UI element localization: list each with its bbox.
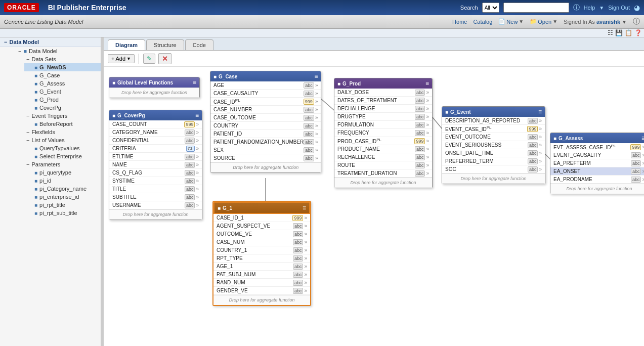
row-event-outcome[interactable]: EVENT_OUTCOME abc » (442, 133, 545, 141)
table-menu-gevent[interactable]: ≡ (538, 108, 542, 115)
row-treatment-duration[interactable]: TREATMENT_DURATION abc » (334, 169, 432, 178)
row-formulation[interactable]: FORMULATION abc » (334, 121, 432, 129)
row-case-id[interactable]: CASE_IDPL 999 » (210, 98, 321, 106)
sidebar-parameters[interactable]: − Parameters (16, 160, 101, 168)
open-link[interactable]: Open (538, 19, 551, 25)
row-subtitle[interactable]: SUBTITLE abc » (109, 193, 202, 201)
table-g1-header[interactable]: ■ G_1 ≡ (213, 202, 310, 214)
sidebar-flexfields[interactable]: − Flexfields (16, 128, 101, 136)
help-nav-icon[interactable]: ⓘ (633, 17, 640, 26)
help-chevron-icon[interactable]: ▼ (599, 5, 604, 11)
row-product-name[interactable]: PRODUCT_NAME abc » (334, 145, 432, 153)
gassess-drop-zone[interactable]: Drop here for aggregate function (550, 184, 644, 194)
catalog-link[interactable]: Catalog (473, 19, 492, 25)
new-chevron-icon[interactable]: ▼ (519, 19, 524, 24)
sidebar-item-gassess[interactable]: ■ G_Assess (24, 79, 101, 88)
sidebar-pi-rpt-title[interactable]: ■ pi_rpt_title (24, 201, 101, 209)
row-criteria[interactable]: CRITERIA CL » (109, 145, 202, 153)
row-rpt-type[interactable]: RPT_TYPE abc » (213, 254, 310, 263)
search-type-select[interactable]: All (482, 3, 499, 13)
gevent-drop-zone[interactable]: Drop here for aggregate function (442, 174, 545, 184)
table-gprod-header[interactable]: ■ G_Prod ≡ (334, 78, 432, 89)
table-gevent-header[interactable]: ■ G_Event ≡ (442, 107, 545, 117)
row-etltime[interactable]: ETLTIME abc » (109, 153, 202, 161)
sidebar-before-report[interactable]: ■ BeforeReport (24, 120, 101, 128)
row-ea-onset[interactable]: EA_ONSET abc » (550, 167, 644, 176)
sidebar-select-enterprise[interactable]: ■ Select Enterprise (24, 152, 101, 160)
row-soc[interactable]: SOC abc » (442, 165, 545, 174)
row-route[interactable]: ROUTE abc » (334, 161, 432, 169)
tab-structure[interactable]: Structure (146, 39, 184, 50)
row-country[interactable]: COUNTRY abc » (210, 122, 321, 130)
save-as-icon[interactable]: 📋 (625, 29, 632, 36)
sidebar-item-coverpg[interactable]: ■ CoverPg (24, 104, 101, 112)
home-link[interactable]: Home (452, 19, 467, 25)
table-menu-gassess[interactable]: ≡ (641, 135, 644, 142)
row-rechallenge[interactable]: RECHALLENGE abc » (334, 153, 432, 161)
row-patient-id[interactable]: PATIENT_ID abc » (210, 130, 321, 138)
open-chevron-icon[interactable]: ▼ (552, 19, 557, 24)
row-evt-assess-case-id[interactable]: EVT_ASSESS_CASE_IDPL 999 » (550, 143, 644, 151)
row-rand-num[interactable]: RAND_NUM abc » (213, 279, 310, 287)
row-event-seriousness[interactable]: EVENT_SERIOUSNESS abc » (442, 141, 545, 149)
table-gassess-header[interactable]: ■ G_Assess ≡ (550, 133, 644, 143)
sidebar-query-typ-values[interactable]: ■ QueryTypvalues (24, 144, 101, 152)
row-gender-ve[interactable]: GENDER_VE abc » (213, 287, 310, 295)
user-chevron-icon[interactable]: ▼ (622, 19, 627, 25)
row-daily-dose[interactable]: DAILY_DOSE abc » (334, 89, 432, 97)
row-source[interactable]: SOURCE abc » (210, 154, 321, 162)
row-event-causality[interactable]: EVENT_CAUSALITY abc » (550, 151, 644, 159)
table-gcase-header[interactable]: ■ G_Case ≡ (210, 71, 321, 81)
new-link[interactable]: New (506, 19, 518, 25)
row-country-1[interactable]: COUNTRY_1 abc » (213, 246, 310, 254)
row-pat-subj-num[interactable]: PAT_SUBJ_NUM abc » (213, 271, 310, 279)
sidebar-pi-id[interactable]: ■ pi_id (24, 177, 101, 185)
sidebar-item-gprod[interactable]: ■ G_Prod (24, 96, 101, 104)
row-case-number[interactable]: CASE_NUMBER abc » (210, 106, 321, 114)
add-button[interactable]: + Add ▼ (108, 54, 135, 63)
row-ea-prefterm[interactable]: EA_PREFTERM abc » (550, 159, 644, 167)
row-prod-case-id[interactable]: PROD_CASE_IDPL 999 » (334, 137, 432, 145)
table-menu-coverpg[interactable]: ≡ (195, 112, 199, 119)
table-menu-g1[interactable]: ≡ (303, 204, 306, 211)
row-patient-rand[interactable]: PATIENT_RANDOMIZATION_NUMBER abc » (210, 138, 321, 146)
sidebar-data-sets-header[interactable]: − Data Sets (16, 55, 101, 63)
row-case-num[interactable]: CASE_NUM abc » (213, 238, 310, 246)
excel-icon[interactable]: ☷ (608, 29, 613, 36)
row-outcome-ve[interactable]: OUTCOME_VE abc » (213, 230, 310, 238)
sidebar-item-gnewds[interactable]: ■ G_NewDS (24, 63, 101, 71)
row-systime[interactable]: SYSTIME abc » (109, 177, 202, 185)
row-age-1[interactable]: AGE_1 abc » (213, 263, 310, 271)
sidebar-data-model-header[interactable]: − Data Model (0, 37, 101, 47)
sidebar-pi-enterprise-id[interactable]: ■ pi_enterprise_id (24, 193, 101, 201)
row-category-name[interactable]: CATEGORY_NAME abc » (109, 128, 202, 137)
sign-out-button[interactable]: Sign Out (608, 5, 630, 11)
row-age[interactable]: AGE abc » (210, 81, 321, 90)
table-gcoverpg-header[interactable]: ■ G_CoverPg ≡ (109, 110, 202, 120)
row-username[interactable]: USERNAME abc » (109, 201, 202, 209)
sidebar-item-gcase[interactable]: ■ G_Case (24, 71, 101, 79)
row-case-outcome[interactable]: CASE_OUTCOME abc » (210, 114, 321, 122)
table-menu-gcase[interactable]: ≡ (314, 73, 318, 80)
edit-button[interactable]: ✎ (143, 54, 155, 64)
row-name[interactable]: NAME abc » (109, 161, 202, 169)
table-global-functions-header[interactable]: ■ Global Level Functions ≡ (109, 77, 199, 88)
save-icon[interactable]: 💾 (615, 29, 623, 36)
row-case-count[interactable]: CASE_COUNT 999 » (109, 120, 202, 128)
row-desc-reported[interactable]: DESCRIPTION_AS_REPORTED abc » (442, 117, 545, 125)
question-icon[interactable]: ❓ (634, 29, 642, 36)
search-input[interactable] (503, 3, 569, 13)
table-menu-icon[interactable]: ≡ (193, 79, 196, 86)
row-cs-q-flag[interactable]: CS_Q_FLAG abc » (109, 169, 202, 177)
sidebar-list-of-values[interactable]: − List of Values (16, 136, 101, 144)
row-agent-suspect-ve[interactable]: AGENT_SUSPECT_VE abc » (213, 222, 310, 230)
row-confidential[interactable]: CONFIDENTIAL abc » (109, 137, 202, 145)
row-ea-prodname[interactable]: EA_PRODNAME abc » (550, 176, 644, 184)
sidebar-pi-rpt-sub-title[interactable]: ■ pi_rpt_sub_title (24, 209, 101, 217)
row-title[interactable]: TITLE abc » (109, 185, 202, 193)
sidebar-pi-category-name[interactable]: ■ pi_Category_name (24, 185, 101, 193)
sidebar-item-gevent[interactable]: ■ G_Event (24, 88, 101, 96)
row-preferred-term[interactable]: PREFERRED_TERM abc » (442, 157, 545, 165)
global-drop-zone[interactable]: Drop here for aggregate function (109, 88, 199, 98)
row-drugtype[interactable]: DRUGTYPE abc » (334, 113, 432, 121)
